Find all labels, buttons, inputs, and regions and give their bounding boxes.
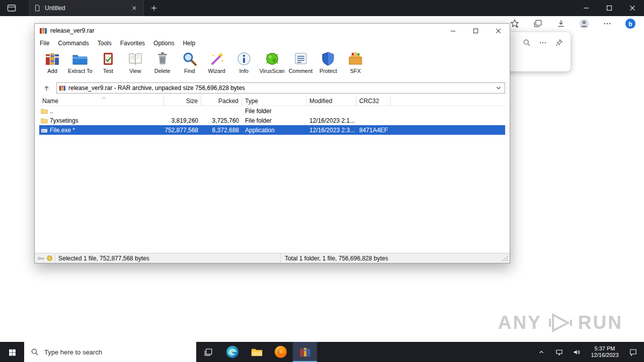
table-row-folder[interactable]: 7yxsetings 3,819,260 3,725,760 File fold…	[39, 116, 505, 125]
delete-trash-icon	[154, 50, 171, 67]
network-icon[interactable]	[554, 347, 564, 357]
folder-icon	[41, 108, 48, 115]
table-row-parent-dir[interactable]: .. File folder	[39, 106, 505, 116]
info-icon	[235, 50, 253, 67]
page-favicon	[34, 5, 41, 12]
volume-icon[interactable]	[572, 347, 582, 357]
more-options-icon[interactable]	[538, 38, 547, 47]
action-center-icon[interactable]	[628, 347, 638, 357]
archive-path-combobox[interactable]: release_ver9.rar - RAR archive, unpacked…	[56, 82, 505, 94]
winrar-addressbar: release_ver9.rar - RAR archive, unpacked…	[35, 81, 510, 95]
tab-close-icon[interactable]	[129, 3, 139, 13]
toolbar-comment-button[interactable]: Comment	[287, 50, 315, 74]
column-header-type[interactable]: Type	[242, 96, 306, 106]
menu-file[interactable]: File	[40, 40, 49, 47]
toolbar-info-button[interactable]: Info	[230, 50, 258, 74]
browser-minimize-button[interactable]	[575, 0, 598, 16]
winrar-app-icon	[39, 27, 47, 35]
toolbar-sfx-button[interactable]: SFX	[342, 50, 369, 74]
key-icon	[37, 255, 45, 261]
firefox-icon[interactable]	[269, 342, 293, 362]
taskbar-clock[interactable]: 5:37 PM 12/16/2023	[589, 345, 620, 358]
system-tray: 5:37 PM 12/16/2023	[536, 342, 644, 362]
extract-folder-icon	[71, 50, 89, 67]
more-options-icon[interactable]	[602, 18, 613, 29]
browser-tab[interactable]: Untitled	[29, 0, 144, 16]
column-header-name[interactable]: Name	[39, 96, 164, 106]
menu-tools[interactable]: Tools	[98, 40, 112, 47]
menu-options[interactable]: Options	[153, 40, 174, 47]
bing-icon[interactable]: b	[625, 18, 636, 29]
browser-window-controls	[575, 0, 644, 16]
search-input[interactable]	[43, 348, 169, 356]
winrar-titlebar[interactable]: release_ver9.rar	[35, 24, 510, 38]
add-books-icon	[44, 50, 61, 67]
table-row-selected-file[interactable]: File.exe * 752,877,568 6,372,688 Applica…	[39, 125, 505, 135]
menu-commands[interactable]: Commands	[58, 40, 89, 47]
task-view-button[interactable]	[196, 342, 220, 362]
column-header-size[interactable]: Size	[164, 96, 201, 106]
file-list: Name Size Packed Type Modified CRC32 .. …	[39, 96, 505, 253]
browser-titlebar: Untitled	[0, 0, 644, 16]
anyrun-logo-icon	[546, 312, 574, 334]
chevron-down-icon[interactable]	[495, 83, 503, 93]
winrar-close-button[interactable]	[487, 24, 510, 38]
wizard-wand-icon	[208, 50, 225, 67]
winrar-window-controls	[442, 24, 510, 38]
tab-title: Untitled	[45, 5, 125, 12]
menu-favorites[interactable]: Favorites	[120, 40, 145, 47]
edge-icon[interactable]	[220, 342, 245, 362]
winrar-minimize-button[interactable]	[442, 24, 464, 38]
anyrun-watermark: ANY RUN	[498, 312, 623, 334]
toolbar-find-button[interactable]: Find	[176, 50, 203, 74]
resize-grip[interactable]	[502, 255, 509, 262]
browser-maximize-button[interactable]	[598, 0, 621, 16]
downloads-icon[interactable]	[555, 18, 567, 29]
file-explorer-icon[interactable]	[245, 342, 269, 362]
sfx-box-icon	[347, 50, 364, 67]
new-tab-button[interactable]	[149, 3, 159, 13]
menu-help[interactable]: Help	[183, 40, 195, 47]
browser-action-icons: b	[509, 18, 636, 29]
browser-close-button[interactable]	[621, 0, 644, 16]
test-check-icon	[100, 50, 117, 67]
taskbar: 5:37 PM 12/16/2023	[0, 342, 644, 362]
favorites-add-icon[interactable]	[509, 18, 520, 29]
watermark-text-any: ANY	[498, 312, 542, 333]
taskbar-search[interactable]	[24, 342, 196, 362]
clock-date: 12/16/2023	[589, 352, 620, 358]
winrar-maximize-button[interactable]	[464, 24, 487, 38]
toolbar-view-button[interactable]: View	[122, 50, 149, 74]
application-exe-icon	[41, 127, 48, 134]
svg-text:b: b	[628, 21, 632, 28]
pin-icon[interactable]	[554, 38, 564, 47]
toolbar-extract-button[interactable]: Extract To	[66, 50, 95, 74]
winrar-window: release_ver9.rar File Commands Tools Fav…	[34, 23, 510, 263]
toolbar-protect-button[interactable]: Protect	[314, 50, 342, 74]
tab-actions-icon[interactable]	[6, 4, 17, 13]
sort-ascending-icon	[102, 97, 106, 99]
column-header-modified[interactable]: Modified	[306, 96, 356, 106]
toolbar-add-button[interactable]: Add	[39, 50, 66, 74]
chevron-up-icon[interactable]	[536, 347, 546, 357]
column-header-packed[interactable]: Packed	[201, 96, 242, 106]
winrar-toolbar: Add Extract To Test View Delete	[35, 49, 510, 81]
disk-icon	[46, 255, 53, 261]
status-total-text: Total 1 folder, 1 file, 756,696,828 byte…	[280, 253, 502, 263]
find-magnifier-icon	[181, 50, 198, 67]
toolbar-test-button[interactable]: Test	[95, 50, 122, 74]
toolbar-delete-button[interactable]: Delete	[149, 50, 176, 74]
toolbar-wizard-button[interactable]: Wizard	[203, 50, 230, 74]
toolbar-virusscan-button[interactable]: VirusScan	[258, 50, 287, 74]
winrar-taskbar-icon[interactable]	[293, 342, 317, 362]
search-icon[interactable]	[522, 38, 531, 47]
search-icon	[31, 348, 39, 356]
column-header-crc32[interactable]: CRC32	[356, 96, 391, 106]
archive-path-text: release_ver9.rar - RAR archive, unpacked…	[68, 84, 492, 92]
winrar-statusbar: Selected 1 file, 752,877,568 bytes Total…	[35, 253, 510, 263]
start-button[interactable]	[0, 342, 24, 362]
profile-avatar[interactable]	[579, 18, 590, 29]
up-one-level-icon[interactable]	[39, 82, 53, 94]
status-selected-text: Selected 1 file, 752,877,568 bytes	[55, 253, 280, 263]
collections-icon[interactable]	[532, 18, 543, 29]
